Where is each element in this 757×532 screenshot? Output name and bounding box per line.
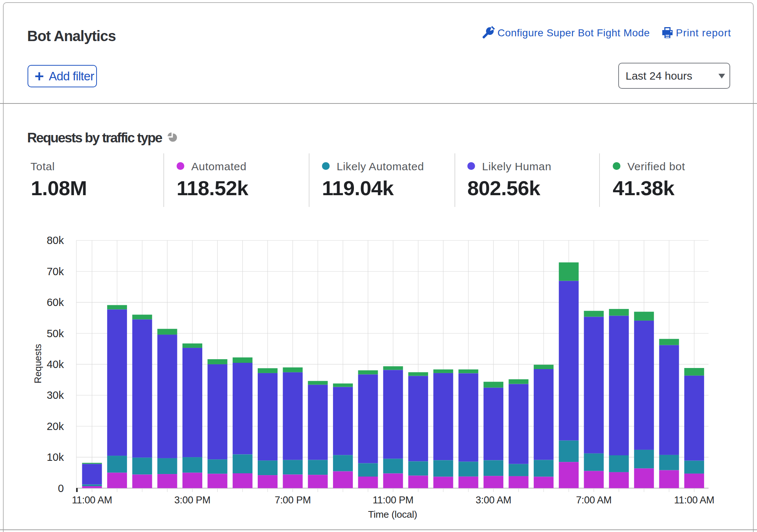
svg-text:20k: 20k (47, 420, 64, 432)
svg-text:7:00 AM: 7:00 AM (576, 495, 612, 506)
svg-text:Requests: Requests (33, 344, 43, 383)
svg-text:3:00 AM: 3:00 AM (476, 495, 511, 506)
svg-text:80k: 80k (47, 234, 64, 246)
svg-text:10k: 10k (47, 451, 64, 463)
svg-text:Time (local): Time (local) (368, 509, 417, 520)
svg-text:0: 0 (58, 482, 64, 494)
svg-text:50k: 50k (47, 328, 64, 339)
svg-text:11:00 AM: 11:00 AM (674, 495, 714, 506)
svg-text:7:00 PM: 7:00 PM (275, 495, 311, 506)
svg-text:40k: 40k (47, 358, 64, 370)
svg-text:70k: 70k (47, 266, 64, 277)
svg-text:30k: 30k (47, 389, 64, 401)
svg-text:11:00 AM: 11:00 AM (72, 495, 112, 506)
svg-text:3:00 PM: 3:00 PM (174, 495, 210, 506)
svg-text:60k: 60k (47, 296, 64, 308)
svg-text:11:00 PM: 11:00 PM (373, 495, 413, 506)
